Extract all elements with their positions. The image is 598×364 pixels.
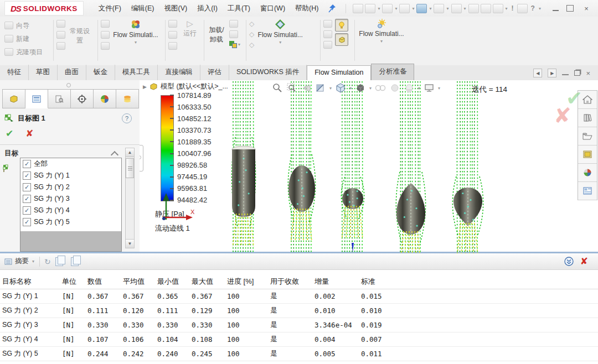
column-header[interactable]: 单位 [60,277,85,287]
feedback-icon[interactable]: ! [510,4,515,12]
pin-menu-icon[interactable] [327,3,338,14]
checkbox-icon[interactable]: ✓ [23,206,31,215]
pane-minimize-icon[interactable] [562,74,569,75]
goal-checkbox-item[interactable]: ✓ SG 力 (Y) 3 [20,193,121,205]
run-opt-icon-2[interactable] [168,31,177,39]
command-tab[interactable]: 特征 [0,65,29,80]
menu-item[interactable]: 文件(F) [94,2,126,15]
copy-icon[interactable] [55,257,63,266]
scroll-down-icon[interactable]: ▼ [126,239,134,248]
settings-icon-3[interactable] [56,42,65,50]
clone-project-button[interactable]: 克隆项目 [4,45,51,59]
batch-results-icon[interactable] [229,41,238,48]
close-button[interactable]: × [581,4,591,13]
goals-icon[interactable] [101,42,110,50]
scroll-thumb[interactable] [126,158,134,178]
select-icon[interactable] [451,4,462,13]
checkbox-icon[interactable]: ✓ [23,183,31,191]
flow-simulation-dropdown-2[interactable]: Flow Simulati... ▾ [256,19,304,63]
panel-handle[interactable] [66,83,71,87]
hide-show-items-icon[interactable] [374,82,386,93]
scroll-up-icon[interactable]: ▲ [126,148,134,157]
column-header[interactable]: 最大值 [189,277,225,287]
run-opt-icon-3[interactable] [168,42,177,50]
graphics-viewport[interactable]: ▶ 模型 (默认<<默认>_... ▾ ▾ ▾ ▾ ▾ 107814.89106… [140,80,598,253]
attach-icon[interactable] [468,4,479,13]
options-grid-icon[interactable] [481,4,491,13]
undo-icon[interactable] [434,4,444,13]
settings-icon-1[interactable] [56,20,65,28]
section-view-icon[interactable] [315,82,327,93]
expand-panel-icon[interactable] [564,257,574,266]
goal-checkbox-item[interactable]: ✓ SG 力 (Y) 4 [20,205,121,216]
goal-checkbox-item[interactable]: ✓ SG 力 (Y) 2 [20,181,121,193]
menu-item[interactable]: 工具(T) [223,2,255,15]
command-tab[interactable]: 曲面 [58,65,86,80]
results-icon-1[interactable] [229,20,238,28]
menu-item[interactable]: 视图(V) [159,2,192,15]
tab-scroll-right-icon[interactable]: ▶ [548,69,556,77]
minimize-button[interactable] [553,10,559,11]
new-document-icon[interactable] [365,4,375,13]
view-orientation-icon[interactable] [334,82,347,93]
goal-checkbox-item[interactable]: ✓ SG 力 (Y) 5 [20,216,121,228]
copy-table-icon[interactable] [71,257,79,266]
checkbox-icon[interactable]: ✓ [23,218,31,226]
run-opt-icon-1[interactable] [168,20,177,28]
tab-dimxpert-manager[interactable] [71,89,94,108]
command-tab[interactable]: 直接编辑 [158,65,200,80]
pane-close-icon[interactable]: × [586,69,590,77]
load-unload-button[interactable]: 加载/卸载 [207,19,226,63]
checkbox-icon[interactable]: ✓ [23,171,31,180]
tab-scroll-left-icon[interactable]: ◀ [533,69,542,77]
plot-icon-1[interactable] [323,20,332,28]
command-tab[interactable]: SOLIDWORKS 插件 [229,65,307,80]
boundary-icon[interactable] [101,31,110,39]
flow-simulation-dropdown-1[interactable]: Flow Simulati... ▾ [112,19,159,63]
goal-checkbox-item[interactable]: ✓ SG 力 (Y) 1 [20,170,121,181]
column-header[interactable]: 目标名称 [0,277,60,287]
diamond-icon-2[interactable]: ◇ [249,30,254,38]
pane-restore-icon[interactable] [574,70,580,76]
goal-checkbox-item[interactable]: ✓ 全部 [20,158,121,170]
command-tab[interactable]: 评估 [200,65,229,80]
print-icon[interactable] [416,4,427,13]
menu-item[interactable]: 编辑(E) [126,2,159,15]
results-icon-2[interactable] [229,30,238,38]
general-settings-button[interactable]: 常规设置 [69,19,91,63]
previous-view-icon[interactable] [300,82,312,93]
open-icon[interactable] [382,4,393,13]
command-tab[interactable]: Flow Simulation [307,65,371,80]
settings-gear-icon[interactable] [493,4,503,13]
display-style-icon[interactable] [354,82,367,93]
flow-simulation-dropdown-3[interactable]: Flow Simulati... ▾ [358,19,405,44]
column-header[interactable]: 最小值 [155,277,189,287]
panel-splitter-handle[interactable] [140,145,143,171]
menu-item[interactable]: 插入(I) [192,2,223,15]
tab-property-manager[interactable] [25,89,48,108]
ok-button[interactable]: ✔ [6,128,13,139]
table-row[interactable]: SG 力 (Y) 3 [N] 0.330 0.330 0.330 0.330 1… [0,318,598,332]
edit-appearance-icon[interactable] [389,82,401,93]
lightbulb-toggle[interactable] [335,19,348,32]
part-visibility-toggle[interactable] [335,33,348,46]
panel-scrollbar[interactable]: ▲ ▼ [125,148,135,248]
plot-icon-3[interactable] [323,41,332,49]
close-panel-icon[interactable]: ✘ [580,256,588,267]
viewport-tree-label[interactable]: ▶ 模型 (默认<<默认>_... [143,82,228,91]
tab-feature-manager[interactable] [2,89,25,108]
table-row[interactable]: SG 力 (Y) 2 [N] 0.111 0.120 0.111 0.129 1… [0,304,598,318]
table-row[interactable]: SG 力 (Y) 4 [N] 0.107 0.106 0.104 0.108 1… [0,332,598,347]
command-tab[interactable]: 分析准备 [371,64,414,80]
column-header[interactable]: 增量 [312,277,359,287]
table-row[interactable]: SG 力 (Y) 5 [N] 0.244 0.242 0.240 0.245 1… [0,347,598,361]
expand-arrow-icon[interactable]: ▶ [143,84,147,90]
tab-configuration-manager[interactable] [48,89,71,108]
column-header[interactable]: 标准 [359,277,398,287]
column-header[interactable]: 进度 [%] [225,277,268,287]
run-button[interactable]: ▷ 运行 [181,19,199,63]
help-icon[interactable]: ? [122,113,132,123]
column-header[interactable]: 用于收敛 [268,277,312,287]
tab-display-manager[interactable] [94,89,116,108]
summary-dropdown[interactable]: 摘要 ▾ [4,257,35,266]
